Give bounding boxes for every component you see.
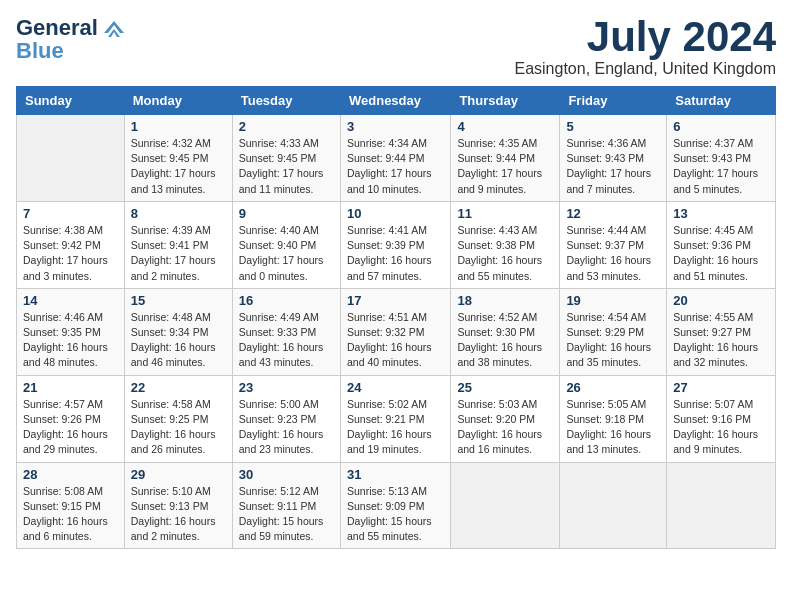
day-info: Sunrise: 4:49 AMSunset: 9:33 PMDaylight:…	[239, 310, 334, 371]
page-header: General Blue July 2024 Easington, Englan…	[16, 16, 776, 78]
calendar-cell: 25Sunrise: 5:03 AMSunset: 9:20 PMDayligh…	[451, 375, 560, 462]
day-number: 9	[239, 206, 334, 221]
day-info: Sunrise: 4:54 AMSunset: 9:29 PMDaylight:…	[566, 310, 660, 371]
title-block: July 2024 Easington, England, United Kin…	[514, 16, 776, 78]
location: Easington, England, United Kingdom	[514, 60, 776, 78]
calendar-cell: 13Sunrise: 4:45 AMSunset: 9:36 PMDayligh…	[667, 201, 776, 288]
calendar-cell: 23Sunrise: 5:00 AMSunset: 9:23 PMDayligh…	[232, 375, 340, 462]
calendar-cell	[451, 462, 560, 549]
day-info: Sunrise: 5:05 AMSunset: 9:18 PMDaylight:…	[566, 397, 660, 458]
calendar-cell: 7Sunrise: 4:38 AMSunset: 9:42 PMDaylight…	[17, 201, 125, 288]
calendar-cell: 10Sunrise: 4:41 AMSunset: 9:39 PMDayligh…	[340, 201, 450, 288]
calendar-week-row: 14Sunrise: 4:46 AMSunset: 9:35 PMDayligh…	[17, 288, 776, 375]
calendar-cell: 31Sunrise: 5:13 AMSunset: 9:09 PMDayligh…	[340, 462, 450, 549]
calendar-cell: 14Sunrise: 4:46 AMSunset: 9:35 PMDayligh…	[17, 288, 125, 375]
day-info: Sunrise: 5:12 AMSunset: 9:11 PMDaylight:…	[239, 484, 334, 545]
month-title: July 2024	[514, 16, 776, 58]
day-number: 31	[347, 467, 444, 482]
day-number: 19	[566, 293, 660, 308]
day-info: Sunrise: 4:38 AMSunset: 9:42 PMDaylight:…	[23, 223, 118, 284]
calendar-week-row: 21Sunrise: 4:57 AMSunset: 9:26 PMDayligh…	[17, 375, 776, 462]
day-info: Sunrise: 4:39 AMSunset: 9:41 PMDaylight:…	[131, 223, 226, 284]
day-info: Sunrise: 4:52 AMSunset: 9:30 PMDaylight:…	[457, 310, 553, 371]
header-day: Tuesday	[232, 87, 340, 115]
day-number: 26	[566, 380, 660, 395]
logo-blue: Blue	[16, 40, 64, 62]
logo-icon	[100, 19, 128, 37]
calendar-cell: 17Sunrise: 4:51 AMSunset: 9:32 PMDayligh…	[340, 288, 450, 375]
calendar-table: SundayMondayTuesdayWednesdayThursdayFrid…	[16, 86, 776, 549]
calendar-cell: 21Sunrise: 4:57 AMSunset: 9:26 PMDayligh…	[17, 375, 125, 462]
calendar-cell: 1Sunrise: 4:32 AMSunset: 9:45 PMDaylight…	[124, 115, 232, 202]
day-number: 27	[673, 380, 769, 395]
day-number: 18	[457, 293, 553, 308]
logo: General Blue	[16, 16, 128, 62]
day-number: 20	[673, 293, 769, 308]
header-day: Monday	[124, 87, 232, 115]
day-info: Sunrise: 4:45 AMSunset: 9:36 PMDaylight:…	[673, 223, 769, 284]
day-info: Sunrise: 4:37 AMSunset: 9:43 PMDaylight:…	[673, 136, 769, 197]
day-number: 3	[347, 119, 444, 134]
calendar-cell: 24Sunrise: 5:02 AMSunset: 9:21 PMDayligh…	[340, 375, 450, 462]
calendar-cell: 6Sunrise: 4:37 AMSunset: 9:43 PMDaylight…	[667, 115, 776, 202]
calendar-cell: 2Sunrise: 4:33 AMSunset: 9:45 PMDaylight…	[232, 115, 340, 202]
calendar-cell: 30Sunrise: 5:12 AMSunset: 9:11 PMDayligh…	[232, 462, 340, 549]
day-info: Sunrise: 4:41 AMSunset: 9:39 PMDaylight:…	[347, 223, 444, 284]
day-number: 17	[347, 293, 444, 308]
calendar-cell: 20Sunrise: 4:55 AMSunset: 9:27 PMDayligh…	[667, 288, 776, 375]
calendar-week-row: 7Sunrise: 4:38 AMSunset: 9:42 PMDaylight…	[17, 201, 776, 288]
day-number: 25	[457, 380, 553, 395]
day-number: 24	[347, 380, 444, 395]
day-info: Sunrise: 4:57 AMSunset: 9:26 PMDaylight:…	[23, 397, 118, 458]
calendar-cell: 18Sunrise: 4:52 AMSunset: 9:30 PMDayligh…	[451, 288, 560, 375]
calendar-cell: 27Sunrise: 5:07 AMSunset: 9:16 PMDayligh…	[667, 375, 776, 462]
calendar-cell	[667, 462, 776, 549]
calendar-cell: 5Sunrise: 4:36 AMSunset: 9:43 PMDaylight…	[560, 115, 667, 202]
day-info: Sunrise: 4:33 AMSunset: 9:45 PMDaylight:…	[239, 136, 334, 197]
day-number: 16	[239, 293, 334, 308]
logo-text: General	[16, 16, 98, 40]
header-day: Thursday	[451, 87, 560, 115]
calendar-cell: 8Sunrise: 4:39 AMSunset: 9:41 PMDaylight…	[124, 201, 232, 288]
day-number: 21	[23, 380, 118, 395]
calendar-cell: 28Sunrise: 5:08 AMSunset: 9:15 PMDayligh…	[17, 462, 125, 549]
calendar-cell: 3Sunrise: 4:34 AMSunset: 9:44 PMDaylight…	[340, 115, 450, 202]
day-info: Sunrise: 4:58 AMSunset: 9:25 PMDaylight:…	[131, 397, 226, 458]
day-number: 22	[131, 380, 226, 395]
day-number: 28	[23, 467, 118, 482]
calendar-week-row: 1Sunrise: 4:32 AMSunset: 9:45 PMDaylight…	[17, 115, 776, 202]
calendar-cell: 4Sunrise: 4:35 AMSunset: 9:44 PMDaylight…	[451, 115, 560, 202]
day-info: Sunrise: 4:48 AMSunset: 9:34 PMDaylight:…	[131, 310, 226, 371]
day-number: 5	[566, 119, 660, 134]
day-info: Sunrise: 4:46 AMSunset: 9:35 PMDaylight:…	[23, 310, 118, 371]
calendar-cell: 15Sunrise: 4:48 AMSunset: 9:34 PMDayligh…	[124, 288, 232, 375]
header-day: Wednesday	[340, 87, 450, 115]
day-info: Sunrise: 4:34 AMSunset: 9:44 PMDaylight:…	[347, 136, 444, 197]
day-number: 4	[457, 119, 553, 134]
day-info: Sunrise: 5:03 AMSunset: 9:20 PMDaylight:…	[457, 397, 553, 458]
calendar-cell: 16Sunrise: 4:49 AMSunset: 9:33 PMDayligh…	[232, 288, 340, 375]
day-info: Sunrise: 5:13 AMSunset: 9:09 PMDaylight:…	[347, 484, 444, 545]
day-info: Sunrise: 5:00 AMSunset: 9:23 PMDaylight:…	[239, 397, 334, 458]
day-number: 29	[131, 467, 226, 482]
day-number: 8	[131, 206, 226, 221]
day-info: Sunrise: 4:44 AMSunset: 9:37 PMDaylight:…	[566, 223, 660, 284]
day-number: 13	[673, 206, 769, 221]
day-number: 2	[239, 119, 334, 134]
day-info: Sunrise: 4:35 AMSunset: 9:44 PMDaylight:…	[457, 136, 553, 197]
day-number: 6	[673, 119, 769, 134]
day-info: Sunrise: 4:40 AMSunset: 9:40 PMDaylight:…	[239, 223, 334, 284]
day-info: Sunrise: 4:55 AMSunset: 9:27 PMDaylight:…	[673, 310, 769, 371]
calendar-cell: 22Sunrise: 4:58 AMSunset: 9:25 PMDayligh…	[124, 375, 232, 462]
header-day: Saturday	[667, 87, 776, 115]
day-info: Sunrise: 4:32 AMSunset: 9:45 PMDaylight:…	[131, 136, 226, 197]
day-number: 14	[23, 293, 118, 308]
calendar-cell: 9Sunrise: 4:40 AMSunset: 9:40 PMDaylight…	[232, 201, 340, 288]
calendar-cell: 12Sunrise: 4:44 AMSunset: 9:37 PMDayligh…	[560, 201, 667, 288]
day-number: 1	[131, 119, 226, 134]
calendar-cell	[17, 115, 125, 202]
day-number: 7	[23, 206, 118, 221]
calendar-cell: 11Sunrise: 4:43 AMSunset: 9:38 PMDayligh…	[451, 201, 560, 288]
calendar-week-row: 28Sunrise: 5:08 AMSunset: 9:15 PMDayligh…	[17, 462, 776, 549]
day-number: 12	[566, 206, 660, 221]
